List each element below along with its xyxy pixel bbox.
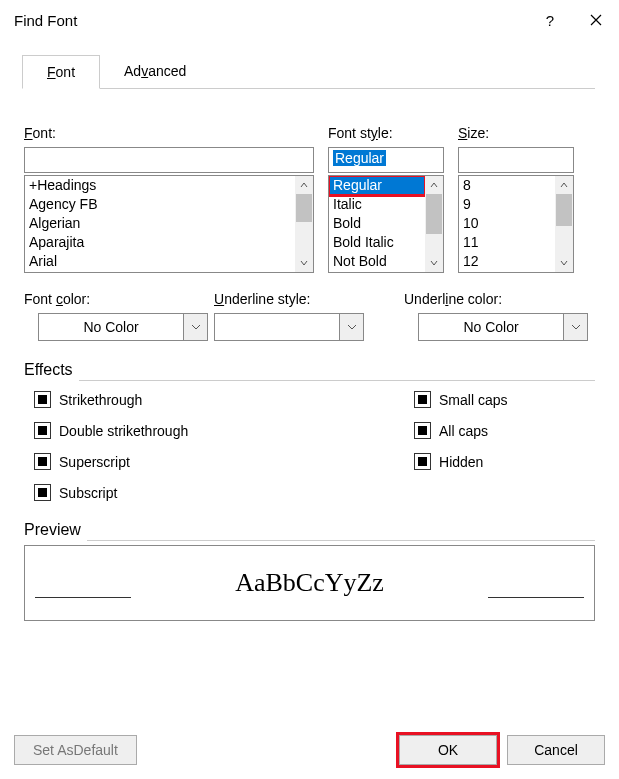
- chevron-down-icon: [300, 259, 308, 267]
- tab-strip: Font Advanced: [22, 54, 595, 89]
- scroll-thumb[interactable]: [556, 194, 572, 226]
- checkbox-icon: [34, 422, 51, 439]
- list-item[interactable]: Arial: [25, 252, 295, 271]
- underlinestyle-dropdown[interactable]: [214, 313, 364, 341]
- list-item[interactable]: Italic: [329, 195, 425, 214]
- set-as-default-button[interactable]: Set As Default: [14, 735, 137, 765]
- size-input[interactable]: [458, 147, 574, 173]
- list-item[interactable]: +Headings: [25, 176, 295, 195]
- scroll-up-button[interactable]: [295, 176, 313, 194]
- underlinecolor-label: Underline color:: [404, 291, 594, 307]
- checkbox-icon: [34, 484, 51, 501]
- tab-advanced[interactable]: Advanced: [100, 55, 210, 89]
- dialog-content: Font: +Headings Agency FB Algerian Apara…: [0, 89, 619, 621]
- list-item[interactable]: Algerian: [25, 214, 295, 233]
- check-strikethrough[interactable]: Strikethrough: [34, 391, 414, 408]
- preview-sample-text: AaBbCcYyZz: [25, 568, 594, 598]
- list-item[interactable]: Regular: [329, 176, 425, 195]
- fontstyle-label: Font style:: [328, 125, 444, 141]
- check-hidden[interactable]: Hidden: [414, 453, 507, 470]
- checkbox-icon: [414, 422, 431, 439]
- preview-heading: Preview: [24, 521, 595, 539]
- checkbox-icon: [34, 453, 51, 470]
- underlinecolor-dropdown[interactable]: No Color: [418, 313, 588, 341]
- underlinestyle-label: Underline style:: [214, 291, 384, 307]
- dialog-title: Find Font: [14, 12, 527, 29]
- chevron-down-icon: [430, 259, 438, 267]
- checkbox-icon: [34, 391, 51, 408]
- scroll-thumb[interactable]: [426, 194, 442, 234]
- font-listbox[interactable]: +Headings Agency FB Algerian Aparajita A…: [24, 175, 314, 273]
- font-input[interactable]: [24, 147, 314, 173]
- underlinecolor-value: No Color: [418, 313, 564, 341]
- chevron-up-icon: [560, 181, 568, 189]
- find-font-dialog: Find Font ? Font Advanced Font: +Heading…: [0, 0, 619, 779]
- close-icon: [590, 14, 602, 26]
- list-item[interactable]: 9: [459, 195, 555, 214]
- dropdown-button[interactable]: [564, 313, 588, 341]
- chevron-up-icon: [300, 181, 308, 189]
- tab-font[interactable]: Font: [22, 55, 100, 89]
- chevron-up-icon: [430, 181, 438, 189]
- check-superscript[interactable]: Superscript: [34, 453, 414, 470]
- preview-underline-left: [35, 597, 131, 598]
- list-item[interactable]: Not Bold: [329, 252, 425, 271]
- list-item[interactable]: 11: [459, 233, 555, 252]
- underlinestyle-value: [214, 313, 340, 341]
- scroll-down-button[interactable]: [295, 254, 313, 272]
- scrollbar[interactable]: [425, 176, 443, 272]
- list-item[interactable]: 12: [459, 252, 555, 271]
- effects-heading: Effects: [24, 361, 595, 379]
- scrollbar[interactable]: [555, 176, 573, 272]
- titlebar: Find Font ?: [0, 0, 619, 40]
- list-item[interactable]: 8: [459, 176, 555, 195]
- scroll-down-button[interactable]: [555, 254, 573, 272]
- preview-underline-right: [488, 597, 584, 598]
- list-item[interactable]: 10: [459, 214, 555, 233]
- list-item[interactable]: Bold Italic: [329, 233, 425, 252]
- fontstyle-input[interactable]: Regular: [328, 147, 444, 173]
- scrollbar[interactable]: [295, 176, 313, 272]
- scroll-up-button[interactable]: [555, 176, 573, 194]
- check-double-strikethrough[interactable]: Double strikethrough: [34, 422, 414, 439]
- cancel-button[interactable]: Cancel: [507, 735, 605, 765]
- chevron-down-icon: [571, 324, 581, 330]
- fontcolor-dropdown[interactable]: No Color: [38, 313, 208, 341]
- dropdown-button[interactable]: [340, 313, 364, 341]
- preview-box: AaBbCcYyZz: [24, 545, 595, 621]
- scroll-thumb[interactable]: [296, 194, 312, 222]
- fontcolor-value: No Color: [38, 313, 184, 341]
- effects-group: Strikethrough Double strikethrough Super…: [24, 391, 595, 501]
- fontstyle-listbox[interactable]: Regular Italic Bold Bold Italic Not Bold: [328, 175, 444, 273]
- close-button[interactable]: [573, 0, 619, 40]
- checkbox-icon: [414, 453, 431, 470]
- help-button[interactable]: ?: [527, 0, 573, 40]
- ok-button[interactable]: OK: [399, 735, 497, 765]
- scroll-up-button[interactable]: [425, 176, 443, 194]
- check-all-caps[interactable]: All caps: [414, 422, 507, 439]
- check-subscript[interactable]: Subscript: [34, 484, 414, 501]
- checkbox-icon: [414, 391, 431, 408]
- scroll-down-button[interactable]: [425, 254, 443, 272]
- check-small-caps[interactable]: Small caps: [414, 391, 507, 408]
- fontcolor-label: Font color:: [24, 291, 204, 307]
- size-listbox[interactable]: 8 9 10 11 12: [458, 175, 574, 273]
- dialog-footer: Set As Default OK Cancel: [0, 721, 619, 779]
- dropdown-button[interactable]: [184, 313, 208, 341]
- chevron-down-icon: [560, 259, 568, 267]
- chevron-down-icon: [347, 324, 357, 330]
- list-item[interactable]: Agency FB: [25, 195, 295, 214]
- list-item[interactable]: Bold: [329, 214, 425, 233]
- chevron-down-icon: [191, 324, 201, 330]
- size-label: Size:: [458, 125, 574, 141]
- font-label: Font:: [24, 125, 314, 141]
- list-item[interactable]: Aparajita: [25, 233, 295, 252]
